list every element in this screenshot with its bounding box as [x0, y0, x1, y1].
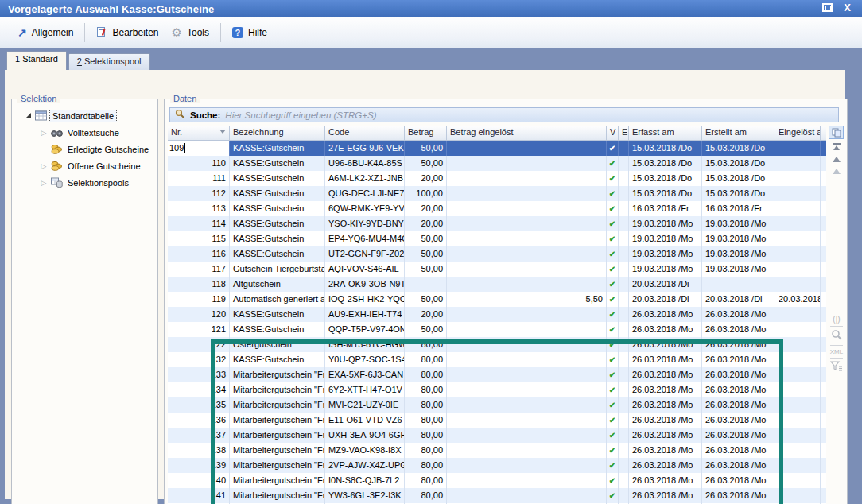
cell-erstellt_am: 26.03.2018 /Mo [702, 382, 775, 397]
cell-betrag: 50,00 [405, 231, 447, 246]
help-icon: ? [232, 27, 243, 38]
table-row-139[interactable]: 139Mitarbeitergutschein "Frohe Os2VP-AJW… [168, 458, 826, 473]
menu-bar: ↗AllgemeinBearbeiten⚙︎Tools?Hilfe [0, 17, 862, 48]
table-row-133[interactable]: 133Mitarbeitergutschein "Frohe OsEXA-5XF… [168, 367, 826, 382]
table-row-132[interactable]: 132KASSE:GutscheinY0U-QP7-SOC-1S480,00✔2… [168, 352, 826, 367]
zoom-grid-icon[interactable] [831, 329, 843, 343]
tab-standard[interactable]: 1 Standard [6, 51, 67, 70]
cell-code: MVI-C21-UZY-0IE [325, 397, 405, 413]
scroll-up-icon[interactable] [833, 157, 841, 162]
checkmark-icon: ✔ [609, 295, 615, 304]
column-header-eingeloest_am[interactable]: Eingelöst a [775, 126, 821, 140]
table-row-138[interactable]: 138Mitarbeitergutschein "Frohe OsMZ9-VAO… [168, 443, 826, 458]
checkmark-icon: ✔ [609, 235, 615, 243]
table-row-122[interactable]: 122OstergutscheinISH-M13-6TC-HGW80,00✔26… [168, 337, 826, 352]
column-width-icon[interactable]: (|) [833, 315, 840, 324]
tree-item-standardtabelle[interactable]: Standardtabelle [12, 107, 157, 124]
cell-betrag: 80,00 [405, 397, 447, 413]
cell-nr: 119 [168, 292, 230, 307]
table-row-115[interactable]: 115KASSE:GutscheinEP4-YQ6-MU4-M4G50,00✔1… [168, 231, 826, 246]
cell-betrag: 80,00 [405, 352, 447, 367]
cell-bezeichnung: Mitarbeitergutschein "Frohe Os [230, 473, 325, 488]
column-header-bezeichnung[interactable]: Bezeichnung [230, 126, 325, 140]
cell-eingeloest_am [775, 473, 821, 488]
column-header-code[interactable]: Code [325, 126, 405, 140]
menu-item-tools[interactable]: ⚙︎Tools [165, 24, 216, 41]
table-row-113[interactable]: 113KASSE:Gutschein6QW-RMK-YE9-YVP20,00✔1… [168, 201, 826, 216]
tree-expander-icon[interactable]: ▷ [39, 179, 49, 187]
menu-item-hilfe[interactable]: ?Hilfe [226, 24, 274, 41]
cell-erfasst_am: 26.03.2018 /Mo [629, 443, 702, 458]
tree-item-selektionspools[interactable]: ▷Selektionspools [12, 174, 157, 191]
table-row-120[interactable]: 120KASSE:GutscheinAU9-EXH-IEH-T7420,00✔2… [168, 307, 826, 322]
copy-grid-button[interactable] [829, 126, 844, 139]
coins-icon [50, 161, 64, 171]
restore-window-icon[interactable] [822, 3, 833, 12]
column-header-betrag[interactable]: Betrag [405, 126, 447, 140]
table-row-114[interactable]: 114KASSE:GutscheinYSO-KIY-9YD-BNY20,00✔1… [168, 216, 826, 231]
column-header-erstellt_am[interactable]: Erstellt am [702, 126, 775, 140]
cell-erfasst_am: 15.03.2018 /Do [629, 186, 702, 201]
cell-bezeichnung: Mitarbeitergutschein "Frohe Os [230, 382, 325, 397]
nr-inline-editor[interactable]: 109 [168, 141, 230, 156]
tab-selektionspool[interactable]: 2 Selektionspool [68, 53, 150, 70]
cell-erstellt_am: 26.03.2018 /Mo [702, 413, 775, 428]
table-row-116[interactable]: 116KASSE:GutscheinUT2-GGN-F9F-Z0250,00✔1… [168, 246, 826, 262]
column-header-betrag_eingeloest[interactable]: Betrag eingelöst [447, 126, 607, 140]
column-header-e[interactable]: E [619, 126, 629, 140]
table-row-118[interactable]: 118Altgutschein2RA-OK9-3OB-N9T✔20.03.201… [168, 277, 826, 292]
close-window-icon[interactable]: X [844, 2, 851, 13]
menu-item-label: Allgemein [32, 27, 74, 38]
column-header-label: Erfasst am [632, 127, 674, 137]
table-row-119[interactable]: 119Automatisch generiert aus ALTIOQ-2SH-… [168, 292, 826, 307]
coins-icon [50, 144, 64, 154]
tree-expander-icon[interactable] [23, 113, 33, 118]
tree-expander-icon[interactable]: ▷ [39, 129, 49, 137]
scroll-to-top-icon[interactable] [833, 143, 841, 150]
cell-nr: 135 [168, 397, 230, 413]
checkmark-icon: ✔ [609, 310, 615, 319]
table-row-112[interactable]: 112KASSE:GutscheinQUG-DEC-LJI-NE7100,00✔… [168, 186, 826, 201]
table-row-121[interactable]: 121KASSE:GutscheinQQP-T5P-V97-4ON50,00✔2… [168, 322, 826, 337]
table-row-110[interactable]: 110KASSE:GutscheinU96-6BU-K4A-85S50,00✔1… [168, 156, 826, 171]
cell-nr: 113 [168, 201, 230, 216]
checkmark-icon: ✔ [609, 476, 615, 485]
cell-code: IOQ-2SH-HK2-YQC [325, 292, 405, 307]
daten-group-label: Daten [170, 94, 200, 103]
search-input[interactable]: Suche: Hier Suchbegriff eingeben (STRG+S… [169, 107, 839, 122]
menu-item-allgemein[interactable]: ↗Allgemein [11, 24, 80, 41]
tree-item-offene-gutscheine[interactable]: ▷Offene Gutscheine [12, 157, 157, 174]
filter-icon[interactable] [830, 361, 843, 374]
menu-item-bearbeiten[interactable]: Bearbeiten [90, 23, 165, 42]
column-header-erfasst_am[interactable]: Erfasst am [629, 126, 702, 140]
tree-item-volltextsuche[interactable]: ▷Volltextsuche [12, 124, 157, 141]
table-row-134[interactable]: 134Mitarbeitergutschein "Frohe Os6Y2-XTT… [168, 382, 826, 397]
table-row-136[interactable]: 136Mitarbeitergutschein "Frohe OsE11-O61… [168, 413, 826, 428]
cell-betrag_eingeloest [447, 367, 607, 382]
search-label: Suche: [190, 110, 220, 120]
cell-nr: 115 [168, 231, 230, 246]
table-row-117[interactable]: 117Gutschein TiergeburtstagAQI-VOV-S46-A… [168, 262, 826, 277]
cell-eingeloest_am [775, 382, 821, 397]
cell-erfasst_am: 19.03.2018 /Mo [629, 231, 702, 246]
checkmark-icon: ✔ [609, 204, 615, 213]
cell-betrag_eingeloest [447, 186, 607, 201]
table-row-109[interactable]: 109KASSE:Gutschein27E-EGG-9J6-VEK50,00✔1… [168, 141, 826, 156]
table-row-111[interactable]: 111KASSE:GutscheinA6M-LK2-XZ1-JNB20,00✔1… [168, 171, 826, 186]
table-row-137[interactable]: 137Mitarbeitergutschein "Frohe OsUXH-3EA… [168, 428, 826, 443]
cell-bezeichnung: Altgutschein [230, 277, 325, 292]
tree-item-erledigte-gutscheine[interactable]: Erledigte Gutscheine [12, 141, 157, 157]
cell-erfasst_am: 15.03.2018 /Do [629, 141, 702, 156]
cell-erfasst_am: 26.03.2018 /Mo [629, 322, 702, 337]
cell-nr: 122 [168, 337, 230, 352]
tree-expander-icon[interactable]: ▷ [39, 162, 49, 170]
xml-export-icon[interactable]: XML [830, 348, 843, 355]
column-header-nr[interactable]: Nr. [168, 126, 230, 140]
scroll-page-up-icon[interactable] [833, 169, 841, 174]
table-row-141[interactable]: 141Mitarbeitergutschein "Frohe OsYW3-6GL… [168, 488, 826, 503]
table-row-140[interactable]: 140Mitarbeitergutschein "Frohe OsI0N-S8C… [168, 473, 826, 488]
table-row-135[interactable]: 135Mitarbeitergutschein "Frohe OsMVI-C21… [168, 397, 826, 413]
cell-betrag: 80,00 [405, 382, 447, 397]
column-header-v[interactable]: V [607, 126, 619, 140]
cell-bezeichnung: Mitarbeitergutschein "Frohe Os [230, 428, 325, 443]
